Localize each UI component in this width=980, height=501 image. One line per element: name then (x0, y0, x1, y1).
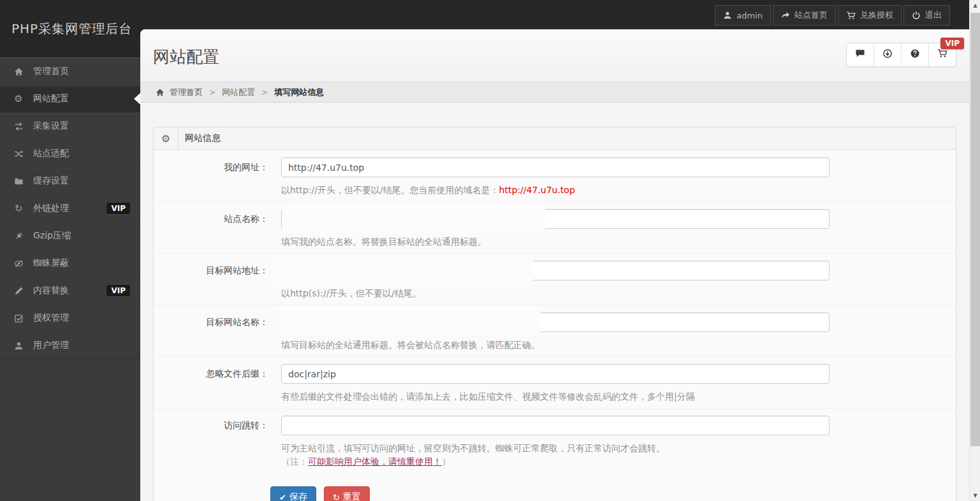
main-area: ⚙ 网站信息 我的网址： 以http://开头，但不要以/结尾。您当前使用的域名… (140, 103, 969, 501)
question-circle-icon (910, 48, 920, 61)
app-window: PHP采集网管理后台 admin 站点首页 兑换授权 退出 (0, 0, 980, 501)
scroll-down-arrow[interactable]: ▼ (970, 490, 980, 501)
visit-redirect-note: （注：可能影响用户体验，请慎重使用！） (281, 456, 956, 468)
eye-slash-icon (11, 259, 26, 268)
my-url-help: 以http://开头，但不要以/结尾。您当前使用的域名是：http://47.u… (281, 185, 956, 196)
sidebar-item-collect-settings[interactable]: 采集设置 (0, 113, 140, 140)
visit-redirect-label: 访问跳转： (154, 420, 268, 432)
sidebar-item-cache-settings[interactable]: 缓存设置 (0, 168, 140, 195)
topbar: admin 站点首页 兑换授权 退出 (140, 0, 969, 29)
vertical-scrollbar: ▲ ▼ (969, 0, 980, 501)
page-title: 网站配置 (153, 46, 219, 68)
download-circle-icon (882, 48, 893, 61)
power-icon (912, 11, 921, 20)
target-url-help: 以http(s)://开头，但不要以/结尾。 (281, 288, 956, 300)
topnav-logout[interactable]: 退出 (903, 5, 950, 25)
folder-icon (11, 177, 26, 186)
warning-link[interactable]: 可能影响用户体验，请慎重使用！ (308, 456, 442, 467)
check-icon: ✔ (279, 493, 286, 501)
redaction-overlay (279, 306, 541, 335)
shuffle-icon (11, 149, 26, 159)
breadcrumb-separator: > (209, 88, 216, 97)
topnav-admin[interactable]: admin (715, 5, 771, 25)
header-toolbar (846, 43, 956, 67)
visit-redirect-help: 可为主站引流，填写可访问的网址，留空则为不跳转。蜘蛛可正常爬取，只有正常访问才会… (281, 443, 956, 454)
sidebar-item-gzip[interactable]: Gzip压缩 (0, 222, 140, 250)
content-area: 网站配置 VIP 管理首页 > (140, 29, 969, 501)
home-icon (156, 88, 165, 97)
form-row-visit-redirect: 访问跳转： 可为主站引流，填写可访问的网址，留空则为不跳转。蜘蛛可正常爬取，只有… (154, 408, 956, 473)
target-name-help: 填写目标站的全站通用标题。将会被站点名称替换，请匹配正确。 (281, 340, 956, 351)
cart-icon (937, 48, 947, 61)
form-row-site-name: 站点名称： 填写我的站点名称。将替换目标站的全站通用标题。 (154, 201, 956, 253)
form-row-target-name: 目标网站名称： 填写目标站的全站通用标题。将会被站点名称替换，请匹配正确。 (154, 305, 956, 356)
help-button[interactable] (901, 43, 928, 66)
download-button[interactable] (874, 43, 901, 66)
user-icon (723, 11, 732, 20)
sidebar-item-content-replace[interactable]: 内容替换 VIP (0, 277, 140, 305)
redaction-overlay (282, 202, 545, 233)
ignore-ext-label: 忽略文件后缀： (154, 368, 268, 380)
sidebar-item-admin-home[interactable]: 管理首页 (0, 58, 140, 85)
target-url-label: 目标网站地址： (154, 265, 268, 277)
pencil-icon (11, 286, 26, 296)
user-icon (11, 341, 26, 351)
form-actions: ✔ 保存 ↻ 重置 (270, 486, 956, 501)
breadcrumb-current: 填写网站信息 (274, 87, 324, 98)
gear-icon: ⚙ (11, 94, 26, 104)
share-arrow-icon (781, 11, 790, 20)
current-domain-text: http://47.u7u.top (499, 185, 575, 195)
breadcrumb-home[interactable]: 管理首页 (156, 87, 203, 98)
repeat-icon (11, 122, 26, 131)
sidebar-item-auth-manage[interactable]: 授权管理 (0, 305, 140, 332)
breadcrumb-section[interactable]: 网站配置 (222, 87, 255, 98)
vip-badge-top: VIP (940, 38, 964, 49)
gear-icon: ⚙ (154, 127, 179, 149)
sidebar-item-external-links[interactable]: ↻ 外链处理 VIP (0, 195, 140, 222)
save-button[interactable]: ✔ 保存 (270, 486, 316, 501)
sidebar-item-site-config[interactable]: ⚙ 网站配置 (0, 85, 140, 113)
panel-header: ⚙ 网站信息 (154, 127, 956, 150)
breadcrumb-separator: > (261, 88, 268, 97)
form-row-ignore-ext: 忽略文件后缀： 有些后缀的文件处理会出错的，请添加上去，比如压缩文件、视频文件等… (154, 356, 956, 408)
my-url-input[interactable] (281, 157, 830, 177)
home-icon (11, 67, 26, 76)
form-row-target-url: 目标网站地址： 以http(s)://开头，但不要以/结尾。 (154, 253, 956, 305)
my-url-label: 我的网址： (154, 162, 268, 173)
ignore-ext-input[interactable] (281, 364, 830, 384)
site-name-help: 填写我的站点名称。将替换目标站的全站通用标题。 (281, 236, 956, 248)
check-square-icon (11, 314, 26, 323)
site-name-label: 站点名称： (154, 214, 268, 225)
ignore-ext-help: 有些后缀的文件处理会出错的，请添加上去，比如压缩文件、视频文件等修改会乱码的文件… (281, 391, 956, 403)
sidebar-item-site-adapt[interactable]: 站点适配 (0, 140, 140, 168)
reset-button[interactable]: ↻ 重置 (324, 486, 370, 501)
target-name-label: 目标网站名称： (154, 317, 268, 328)
vip-badge: VIP (106, 285, 130, 296)
comment-icon (855, 48, 865, 61)
sidebar-item-user-manage[interactable]: 用户管理 (0, 332, 140, 359)
site-info-panel: ⚙ 网站信息 我的网址： 以http://开头，但不要以/结尾。您当前使用的域名… (153, 127, 956, 501)
redaction-overlay (271, 254, 533, 286)
breadcrumb: 管理首页 > 网站配置 > 填写网站信息 (140, 82, 969, 103)
sidebar: 管理首页 ⚙ 网站配置 采集设置 站点适配 缓存设置 ↻ 外链处理 VIP Gz… (0, 57, 140, 501)
sidebar-item-spider-block[interactable]: 蜘蛛屏蔽 (0, 250, 140, 277)
topnav-site-home[interactable]: 站点首页 (773, 5, 836, 25)
app-logo: PHP采集网管理后台 (11, 0, 132, 57)
form-row-my-url: 我的网址： 以http://开头，但不要以/结尾。您当前使用的域名是：http:… (154, 150, 956, 201)
topnav: admin 站点首页 兑换授权 退出 (715, 5, 950, 25)
refresh-icon: ↻ (11, 204, 26, 214)
cart-icon (846, 11, 856, 20)
panel-title: 网站信息 (185, 127, 221, 149)
refresh-icon: ↻ (333, 493, 340, 501)
scrollbar-thumb[interactable] (970, 13, 980, 446)
page-header: 网站配置 VIP (140, 29, 969, 82)
brand-area: PHP采集网管理后台 (0, 0, 140, 59)
scroll-up-arrow[interactable]: ▲ (970, 0, 980, 11)
visit-redirect-input[interactable] (281, 416, 830, 435)
topnav-exchange-auth[interactable]: 兑换授权 (838, 5, 902, 25)
comment-button[interactable] (847, 43, 874, 66)
plug-icon (11, 231, 26, 241)
vip-badge: VIP (106, 203, 130, 214)
